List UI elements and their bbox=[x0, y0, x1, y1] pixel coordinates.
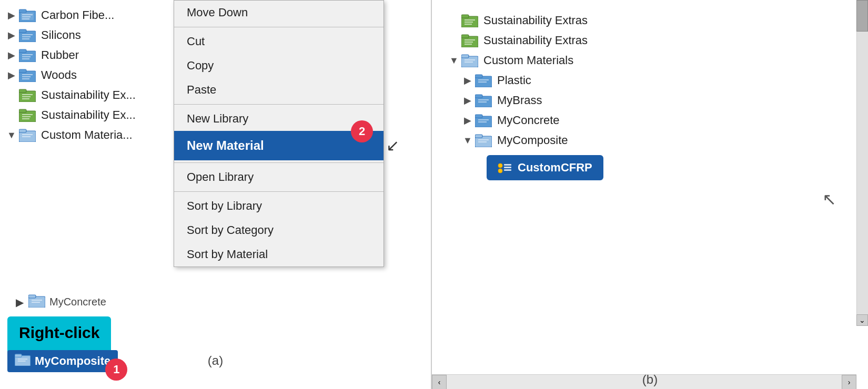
svg-rect-17 bbox=[19, 69, 26, 73]
svg-rect-54 bbox=[461, 55, 469, 58]
menu-item-cut[interactable]: Cut bbox=[174, 29, 383, 54]
menu-item-sort-category[interactable]: Sort by Category bbox=[174, 218, 383, 242]
right-mycomposite-label: MyComposite bbox=[497, 134, 568, 147]
right-click-text: Right-click bbox=[19, 324, 99, 341]
scrollbar-thumb[interactable] bbox=[856, 0, 868, 32]
chevron-down-icon: ▼ bbox=[461, 135, 474, 146]
right-tree-mybrass[interactable]: ▶ MyBrass bbox=[442, 90, 857, 110]
material-icon bbox=[498, 161, 512, 174]
chevron-right-icon: ▶ bbox=[461, 95, 474, 106]
right-tree-mycomposite[interactable]: ▼ MyComposite bbox=[442, 130, 857, 150]
mycomposite-label-text: MyComposite bbox=[35, 354, 110, 368]
menu-item-copy[interactable]: Copy bbox=[174, 54, 383, 78]
chevron-down-icon: ▼ bbox=[448, 55, 460, 66]
scroll-left-button[interactable]: ‹ bbox=[432, 375, 447, 390]
left-panel: ▶ Carbon Fibe... ▶ bbox=[0, 0, 431, 389]
svg-rect-44 bbox=[461, 15, 469, 18]
folder-blue-icon bbox=[18, 68, 37, 83]
menu-item-paste[interactable]: Paste bbox=[174, 78, 383, 102]
right-tree-area: Sustainability Extras Sustainability Ext… bbox=[432, 5, 868, 188]
folder-blue-open-icon bbox=[18, 128, 37, 142]
menu-item-open-library[interactable]: Open Library bbox=[174, 165, 383, 189]
right-tree-customcfrp[interactable]: CustomCFRP bbox=[442, 152, 857, 183]
right-myconcrete-label: MyConcrete bbox=[497, 114, 560, 127]
menu-item-sort-material[interactable]: Sort by Material bbox=[174, 242, 383, 267]
right-sustainability-2-label: Sustainability Extras bbox=[483, 34, 588, 47]
svg-rect-66 bbox=[475, 115, 482, 118]
left-panel-caption: (a) bbox=[208, 353, 223, 368]
chevron-down-icon: ▼ bbox=[5, 130, 18, 141]
myconcrete-label: MyConcrete bbox=[49, 296, 106, 308]
badge-1: 1 bbox=[105, 359, 127, 381]
cursor-arrow-icon: ↙ bbox=[386, 136, 399, 155]
svg-rect-27 bbox=[19, 109, 26, 112]
right-panel-caption: (b) bbox=[642, 372, 658, 387]
chevron-right-icon: ▶ bbox=[5, 9, 18, 21]
right-tree-custom-materials[interactable]: ▼ Custom Materials bbox=[442, 50, 857, 70]
folder-blue-open-icon bbox=[15, 353, 31, 369]
svg-rect-7 bbox=[19, 29, 26, 33]
folder-blue-icon bbox=[28, 294, 45, 310]
right-plastic-label: Plastic bbox=[497, 74, 531, 87]
right-mybrass-label: MyBrass bbox=[497, 94, 542, 107]
chevron-right-icon: ▶ bbox=[461, 115, 474, 126]
chevron-right-icon: ▶ bbox=[5, 29, 18, 41]
separator bbox=[174, 162, 383, 163]
customcfrp-box: CustomCFRP bbox=[487, 155, 603, 180]
right-tree-myconcrete[interactable]: ▶ MyConcrete bbox=[442, 110, 857, 130]
svg-rect-36 bbox=[28, 295, 36, 298]
svg-rect-1 bbox=[19, 9, 26, 13]
svg-point-74 bbox=[498, 169, 502, 173]
folder-green-icon bbox=[18, 108, 37, 122]
svg-rect-76 bbox=[504, 167, 511, 168]
customcfrp-label: CustomCFRP bbox=[518, 161, 592, 175]
sustainability-2-label: Sustainability Ex... bbox=[41, 108, 136, 122]
scroll-right-button[interactable]: › bbox=[842, 375, 856, 390]
separator bbox=[174, 104, 383, 105]
tree-item-myconcrete[interactable]: ▶ MyConcrete bbox=[16, 294, 106, 310]
right-custom-materials-label: Custom Materials bbox=[483, 54, 573, 67]
sustainability-1-label: Sustainability Ex... bbox=[41, 88, 136, 102]
main-container: ▶ Carbon Fibe... ▶ bbox=[0, 0, 868, 389]
rubber-label: Rubber bbox=[41, 48, 79, 62]
folder-blue-open-icon bbox=[460, 53, 479, 68]
svg-point-73 bbox=[498, 163, 502, 168]
chevron-right-icon: ▶ bbox=[5, 49, 18, 61]
right-panel: Sustainability Extras Sustainability Ext… bbox=[431, 0, 868, 389]
svg-rect-62 bbox=[475, 95, 482, 98]
badge-2: 2 bbox=[351, 120, 373, 142]
svg-rect-49 bbox=[461, 35, 469, 38]
svg-rect-32 bbox=[19, 129, 26, 132]
cursor-arrow-right-icon: ↖ bbox=[822, 189, 836, 209]
custom-materials-label: Custom Materia... bbox=[41, 128, 133, 142]
folder-blue-open-icon bbox=[474, 133, 493, 148]
silicons-label: Silicons bbox=[41, 28, 81, 42]
right-tree-sustainability-1[interactable]: Sustainability Extras bbox=[442, 11, 857, 30]
woods-label: Woods bbox=[41, 68, 77, 82]
chevron-right-icon: ▶ bbox=[5, 69, 18, 81]
svg-rect-40 bbox=[15, 354, 22, 357]
menu-item-move-down[interactable]: Move Down bbox=[174, 1, 383, 25]
svg-rect-58 bbox=[475, 75, 482, 78]
right-tree-sustainability-2[interactable]: Sustainability Extras bbox=[442, 30, 857, 50]
vertical-scrollbar[interactable]: ⌄ bbox=[856, 0, 868, 326]
folder-blue-icon bbox=[474, 113, 493, 128]
separator bbox=[174, 191, 383, 192]
right-sustainability-1-label: Sustainability Extras bbox=[483, 14, 588, 27]
folder-blue-icon bbox=[474, 73, 493, 88]
scrollbar-down-button[interactable]: ⌄ bbox=[856, 314, 868, 326]
context-menu: Move Down Cut Copy Paste New Library New… bbox=[174, 0, 384, 267]
svg-rect-70 bbox=[475, 135, 482, 138]
svg-rect-22 bbox=[19, 89, 26, 93]
mycomposite-label-box: MyComposite bbox=[7, 350, 118, 372]
folder-green-icon bbox=[460, 33, 479, 48]
menu-item-sort-library[interactable]: Sort by Library bbox=[174, 194, 383, 218]
folder-blue-icon bbox=[18, 8, 37, 23]
folder-green-icon bbox=[460, 13, 479, 28]
folder-green-icon bbox=[18, 88, 37, 103]
svg-rect-77 bbox=[504, 169, 511, 171]
right-tree-plastic[interactable]: ▶ Plastic bbox=[442, 70, 857, 90]
folder-blue-icon bbox=[18, 28, 37, 43]
separator bbox=[174, 27, 383, 27]
mycomposite-highlighted-item[interactable]: MyComposite 1 bbox=[7, 350, 118, 372]
